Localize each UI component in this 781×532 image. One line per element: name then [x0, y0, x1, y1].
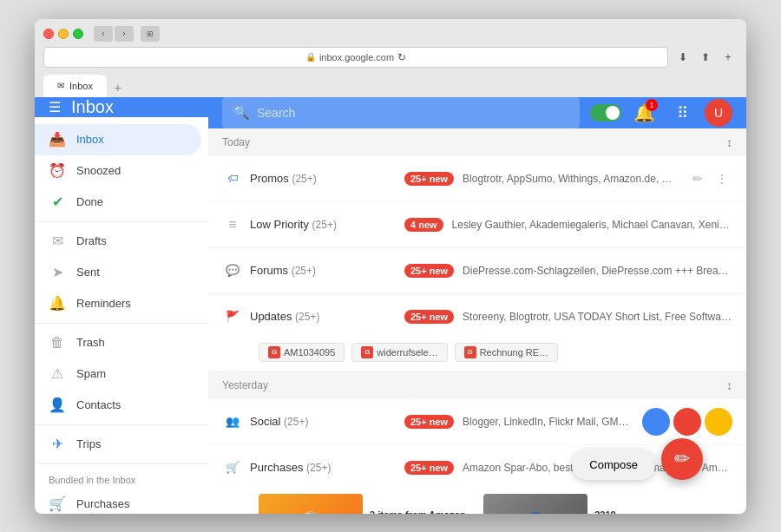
trash-icon: 🗑: [49, 334, 66, 351]
apps-button[interactable]: ⠿: [666, 97, 698, 128]
sidebar-item-snoozed[interactable]: ⏰ Snoozed: [35, 155, 201, 187]
minimize-button[interactable]: [58, 29, 69, 39]
sidebar-item-contacts[interactable]: 👤 Contacts: [35, 390, 201, 421]
new-tab-button[interactable]: +: [108, 78, 128, 97]
sidebar-item-label: Purchases: [76, 497, 129, 510]
avatar-1: [642, 408, 670, 436]
email-sender-promos: 🏷 Promos (25+): [222, 168, 396, 189]
email-sender-social: 👥 Social (25+): [222, 411, 396, 432]
sidebar-item-trips[interactable]: ✈ Trips: [35, 429, 201, 460]
lowpriority-icon: ≡: [222, 214, 243, 235]
attachment-3[interactable]: G Rechnung RE…: [455, 343, 559, 362]
section-today-label: Today: [222, 136, 250, 148]
section-today-sort-icon[interactable]: ↕: [726, 135, 732, 149]
toggle-button[interactable]: [590, 104, 621, 122]
email-sender-purchases: 🛒 Purchases (25+): [222, 457, 396, 478]
gmail-icon-2: G: [361, 346, 373, 358]
compose-button[interactable]: ✏: [661, 438, 703, 480]
promos-icon: 🏷: [222, 168, 243, 189]
back-button[interactable]: ‹: [94, 26, 113, 42]
updates-new-badge: 25+ new: [404, 310, 454, 324]
edit-icon[interactable]: ✏: [687, 168, 708, 189]
social-category-icon: 👥: [222, 411, 243, 432]
purchases-icon: 🛒: [49, 496, 66, 513]
search-container: 🔍: [222, 97, 580, 128]
sidebar-item-purchases[interactable]: 🛒 Purchases: [35, 489, 201, 514]
browser-chrome: ‹ › ⊞ 🔒 inbox.google.com ↻ ⬇ ⬆ + ✉ Inbox…: [35, 19, 746, 97]
social-avatars: [642, 408, 732, 436]
attachment-2[interactable]: G widerrufsele…: [351, 343, 447, 362]
forums-icon: 💬: [222, 260, 243, 281]
social-name: Social (25+): [250, 415, 308, 428]
notification-badge: 1: [646, 99, 658, 111]
product-info-2: 3219… Expe… VIEW: [594, 494, 625, 514]
close-button[interactable]: [43, 29, 54, 39]
new-tab-icon[interactable]: +: [719, 48, 738, 67]
done-icon: ✔: [49, 194, 66, 211]
sidebar-item-label: Spam: [76, 367, 106, 380]
sidebar-item-trash[interactable]: 🗑 Trash: [35, 327, 201, 358]
email-sender-forums: 💬 Forums (25+): [222, 260, 396, 281]
forward-button[interactable]: ›: [115, 26, 134, 42]
purchases-new-badge: 25+ new: [404, 461, 454, 475]
email-updates[interactable]: 🚩 Updates (25+) 25+ new Storeeny, Blogtr…: [208, 294, 746, 371]
updates-name: Updates (25+): [250, 310, 319, 323]
sidebar-item-reminders[interactable]: 🔔 Reminders: [35, 288, 201, 319]
email-sender-lowpriority: ≡ Low Priority (25+): [222, 214, 396, 235]
url-text: inbox.google.com: [319, 52, 394, 62]
refresh-button[interactable]: ↻: [397, 51, 406, 63]
sidebar-item-spam[interactable]: ⚠ Spam: [35, 358, 201, 390]
sidebar-item-drafts[interactable]: ✉ Drafts: [35, 226, 201, 257]
sidebar-item-label: Trash: [76, 336, 105, 349]
social-preview: Blogger, LinkedIn, Flickr Mail, GMass (v…: [463, 416, 633, 428]
reminders-icon: 🔔: [49, 295, 66, 312]
search-input[interactable]: [257, 106, 569, 120]
tab-bar: ✉ Inbox +: [43, 73, 738, 97]
spam-icon: ⚠: [49, 365, 66, 383]
sidebar-title: Inbox: [71, 97, 114, 117]
share-icon[interactable]: ⬆: [696, 48, 715, 67]
trips-icon: ✈: [49, 436, 66, 453]
sidebar-item-label: Snoozed: [76, 164, 121, 177]
avatar-2: [673, 408, 701, 436]
product-card-2[interactable]: 🔵 SHIPPED: [483, 494, 587, 514]
section-today: Today ↕: [208, 128, 746, 156]
sidebar-item-sent[interactable]: ➤ Sent: [35, 257, 201, 288]
toggle-knob: [606, 106, 620, 120]
compose-label-button[interactable]: Compose: [572, 450, 655, 480]
sidebar-item-label: Trips: [76, 437, 101, 450]
promos-actions: ✏ ⋮: [687, 168, 732, 189]
view-toggle-button[interactable]: ⊞: [141, 26, 160, 42]
purchases-category-icon: 🛒: [222, 457, 243, 478]
sidebar-item-label: Done: [76, 195, 103, 208]
section-yesterday-sort-icon[interactable]: ↕: [726, 378, 732, 392]
email-promos[interactable]: 🏷 Promos (25+) 25+ new Blogtrotr, AppSum…: [208, 156, 746, 201]
updates-preview: Storeeny, Blogtrotr, USA TODAY Short Lis…: [463, 311, 732, 323]
email-forums[interactable]: 💬 Forums (25+) 25+ new DiePresse.com-Sch…: [208, 248, 746, 293]
snoozed-icon: ⏰: [49, 162, 66, 180]
attachment-1[interactable]: G AM1034095: [259, 343, 345, 362]
email-low-priority[interactable]: ≡ Low Priority (25+) 4 new Lesley Gauthi…: [208, 202, 746, 247]
forums-preview: DiePresse.com-Schlagzeilen, DiePresse.co…: [463, 265, 732, 277]
search-icon: 🔍: [233, 104, 250, 121]
sidebar-item-inbox[interactable]: 📥 Inbox: [35, 124, 201, 155]
sidebar-item-label: Drafts: [76, 234, 107, 247]
more-icon[interactable]: ⋮: [712, 168, 732, 189]
product-card-1[interactable]: 📦 SHIPPED: [259, 494, 363, 514]
avatar[interactable]: U: [705, 99, 732, 127]
sidebar-item-done[interactable]: ✔ Done: [35, 187, 201, 218]
product-title-2: 3219…: [594, 509, 625, 514]
maximize-button[interactable]: [73, 29, 83, 39]
promos-name: Promos (25+): [250, 172, 317, 185]
active-tab[interactable]: ✉ Inbox: [43, 75, 107, 97]
inbox-icon: 📥: [49, 131, 66, 148]
sidebar-nav: 📥 Inbox ⏰ Snoozed ✔ Done ✉ Drafts: [35, 117, 208, 514]
address-bar[interactable]: 🔒 inbox.google.com ↻: [43, 47, 668, 68]
hamburger-icon[interactable]: ☰: [49, 99, 61, 115]
notifications-button[interactable]: 🔔 1: [628, 97, 660, 128]
sent-icon: ➤: [49, 264, 66, 281]
email-social[interactable]: 👥 Social (25+) 25+ new Blogger, LinkedIn…: [208, 399, 746, 444]
download-icon[interactable]: ⬇: [673, 48, 692, 67]
product-image-1: 📦: [259, 494, 363, 514]
nav-buttons: ‹ ›: [94, 26, 134, 42]
